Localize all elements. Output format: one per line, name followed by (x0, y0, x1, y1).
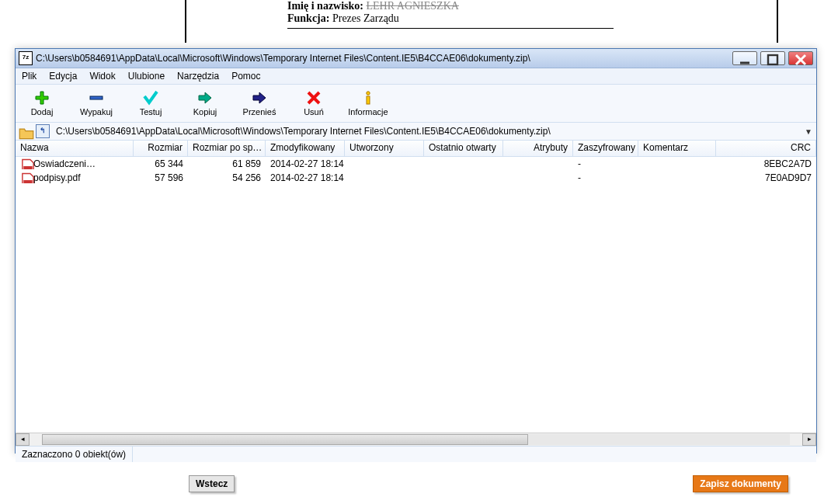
file-crc: 7E0AD9D7 (716, 172, 816, 183)
toolbar: Dodaj Wypakuj Testuj Kopiuj Przenieś Usu… (16, 85, 816, 123)
svg-rect-1 (768, 55, 777, 64)
svg-rect-6 (367, 96, 370, 104)
menu-file[interactable]: Plik (16, 69, 43, 83)
file-name: podpisy.pdf (33, 172, 81, 183)
app-icon: 7z (19, 51, 33, 65)
col-crc[interactable]: CRC (716, 141, 816, 156)
file-row[interactable]: podpisy.pdf57 59654 2562014-02-27 18:14-… (16, 171, 816, 185)
arrow-right-solid-icon (252, 90, 267, 106)
window-title: C:\Users\b0584691\AppData\Local\Microsof… (36, 53, 732, 64)
extract-button[interactable]: Wypakuj (76, 90, 116, 116)
archive-window: 7z C:\Users\b0584691\AppData\Local\Micro… (15, 48, 817, 454)
copy-label: Kopiuj (193, 107, 217, 116)
scroll-left-icon[interactable]: ◂ (16, 433, 30, 446)
delete-button[interactable]: Usuń (294, 90, 334, 116)
move-label: Przenieś (243, 107, 276, 116)
test-label: Testuj (140, 107, 162, 116)
svg-point-5 (367, 92, 370, 95)
menu-view[interactable]: Widok (83, 69, 121, 83)
file-packed: 61 859 (188, 158, 266, 169)
file-size: 65 344 (134, 158, 188, 169)
titlebar[interactable]: 7z C:\Users\b0584691\AppData\Local\Micro… (16, 49, 816, 68)
info-icon (360, 90, 376, 106)
file-modified: 2014-02-27 18:14 (266, 172, 345, 183)
test-button[interactable]: Testuj (130, 90, 171, 116)
folder-icon[interactable] (19, 125, 31, 137)
address-input[interactable] (54, 125, 799, 137)
file-encrypted: - (573, 172, 638, 183)
plus-icon (34, 90, 50, 106)
add-label: Dodaj (31, 107, 54, 116)
pdf-icon (20, 172, 31, 183)
file-packed: 54 256 (188, 172, 266, 183)
address-dropdown-icon[interactable]: ▼ (804, 127, 813, 136)
file-name: Oswiadczeni… (33, 158, 96, 169)
file-modified: 2014-02-27 18:14 (266, 158, 345, 169)
back-button[interactable]: Wstecz (189, 475, 235, 492)
maximize-button[interactable] (760, 51, 785, 65)
col-packed[interactable]: Rozmiar po sp… (188, 141, 266, 156)
svg-rect-7 (23, 166, 32, 169)
col-opened[interactable]: Ostatnio otwarty (424, 141, 503, 156)
file-list: Nazwa Rozmiar Rozmiar po sp… Zmodyfikowa… (16, 141, 816, 433)
info-button[interactable]: Informacje (348, 90, 388, 116)
horizontal-scrollbar[interactable]: ◂ ▸ (16, 433, 816, 446)
save-documents-button[interactable]: Zapisz dokumenty (693, 475, 788, 492)
statusbar: Zaznaczono 0 obiekt(ów) (16, 446, 816, 462)
col-name[interactable]: Nazwa (16, 141, 134, 156)
menu-fav[interactable]: Ulubione (122, 69, 171, 83)
col-size[interactable]: Rozmiar (134, 141, 188, 156)
info-label: Informacje (348, 107, 388, 116)
doc-role-value: Prezes Zarządu (332, 12, 399, 24)
menubar: Plik Edycja Widok Ulubione Narzędzia Pom… (16, 68, 816, 85)
col-comment[interactable]: Komentarz (638, 141, 716, 156)
scroll-thumb[interactable] (42, 434, 528, 445)
address-bar: ↰ ▼ (16, 123, 816, 141)
close-button[interactable] (788, 51, 813, 65)
status-text: Zaznaczono 0 obiekt(ów) (16, 447, 133, 462)
doc-name-value: LEHR AGNIESZKA (367, 0, 459, 12)
svg-rect-8 (23, 180, 32, 183)
col-mod[interactable]: Zmodyfikowany (266, 141, 345, 156)
arrow-right-icon (197, 90, 213, 106)
column-headers: Nazwa Rozmiar Rozmiar po sp… Zmodyfikowa… (16, 141, 816, 157)
col-enc[interactable]: Zaszyfrowany (573, 141, 638, 156)
file-size: 57 596 (134, 172, 188, 183)
doc-role-label: Funkcja: (287, 12, 329, 24)
x-icon (306, 90, 322, 106)
check-icon (143, 90, 158, 106)
col-created[interactable]: Utworzony (345, 141, 424, 156)
copy-button[interactable]: Kopiuj (185, 90, 225, 116)
minus-icon (89, 90, 104, 106)
move-button[interactable]: Przenieś (239, 90, 280, 116)
pdf-icon (20, 158, 31, 169)
col-attr[interactable]: Atrybuty (503, 141, 573, 156)
scroll-track[interactable] (42, 434, 790, 445)
scroll-right-icon[interactable]: ▸ (802, 433, 816, 446)
add-button[interactable]: Dodaj (22, 90, 62, 116)
file-crc: 8EBC2A7D (716, 158, 816, 169)
menu-tools[interactable]: Narzędzia (171, 69, 225, 83)
extract-label: Wypakuj (80, 107, 113, 116)
doc-name-label: Imię i nazwisko: (287, 0, 363, 12)
file-encrypted: - (573, 158, 638, 169)
up-folder-icon[interactable]: ↰ (36, 124, 50, 138)
file-row[interactable]: Oswiadczeni…65 34461 8592014-02-27 18:14… (16, 157, 816, 171)
background-document: Imię i nazwisko: LEHR AGNIESZKA Funkcja:… (185, 0, 778, 43)
menu-help[interactable]: Pomoc (225, 69, 266, 83)
minimize-button[interactable] (732, 51, 757, 65)
svg-rect-4 (90, 96, 103, 99)
delete-label: Usuń (304, 107, 324, 116)
menu-edit[interactable]: Edycja (43, 69, 83, 83)
